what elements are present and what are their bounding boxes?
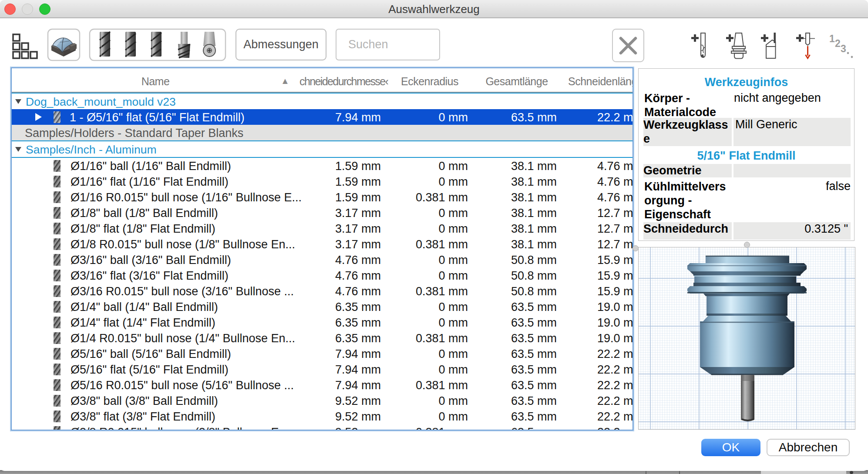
svg-text:1: 1 <box>829 33 835 44</box>
svg-text:3: 3 <box>841 43 846 54</box>
svg-text:2: 2 <box>835 38 841 49</box>
